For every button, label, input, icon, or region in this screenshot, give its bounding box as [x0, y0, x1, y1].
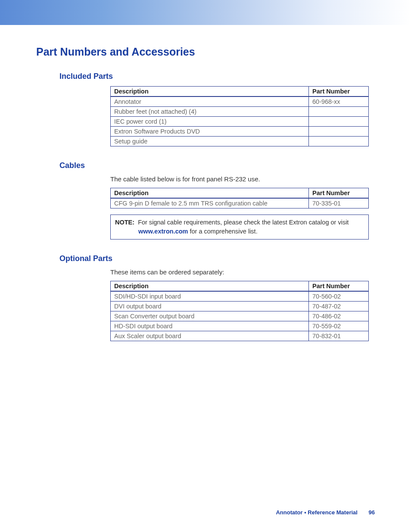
- cell-part-number: [309, 117, 369, 127]
- cell-description: SDI/HD-SDI input board: [111, 291, 309, 302]
- table-row: Rubber feet (not attached) (4): [111, 107, 369, 117]
- section-optional-parts: Optional Parts These items can be ordere…: [36, 254, 375, 341]
- note-text-before: For signal cable requirements, please ch…: [138, 219, 349, 226]
- document-page: Part Numbers and Accessories Included Pa…: [0, 0, 411, 532]
- cell-description: Setup guide: [111, 137, 309, 146]
- table-row: HD-SDI output board 70-559-02: [111, 321, 369, 331]
- table-header-row: Description Part Number: [111, 281, 369, 292]
- col-header-part-number: Part Number: [309, 87, 369, 97]
- col-header-description: Description: [111, 188, 309, 199]
- cell-part-number: 70-335-01: [309, 198, 369, 208]
- col-header-part-number: Part Number: [309, 188, 369, 199]
- cell-part-number: 70-487-02: [309, 302, 369, 311]
- cell-description: Aux Scaler output board: [111, 331, 309, 341]
- col-header-part-number: Part Number: [309, 281, 369, 292]
- included-parts-table: Description Part Number Annotator 60-968…: [110, 86, 369, 146]
- table-row: Scan Converter output board 70-486-02: [111, 311, 369, 321]
- cell-description: Scan Converter output board: [111, 311, 309, 321]
- note-text-after: for a comprehensive list.: [188, 228, 257, 235]
- page-footer: Annotator • Reference Material 96: [276, 509, 375, 516]
- cell-description: IEC power cord (1): [111, 117, 309, 127]
- table-row: Setup guide: [111, 137, 369, 146]
- table-header-row: Description Part Number: [111, 87, 369, 97]
- cables-note-box: NOTE: For signal cable requirements, ple…: [110, 215, 369, 240]
- cell-part-number: 70-559-02: [309, 321, 369, 331]
- heading-optional-parts: Optional Parts: [59, 254, 375, 263]
- table-header-row: Description Part Number: [111, 188, 369, 199]
- note-link-extron[interactable]: www.extron.com: [138, 228, 188, 235]
- cell-description: CFG 9-pin D female to 2.5 mm TRS configu…: [111, 198, 309, 208]
- cell-part-number: 60-968-xx: [309, 96, 369, 107]
- cell-part-number: [309, 137, 369, 146]
- heading-cables: Cables: [59, 161, 375, 170]
- cell-description: Rubber feet (not attached) (4): [111, 107, 309, 117]
- section-included-parts: Included Parts Description Part Number A…: [36, 72, 375, 146]
- col-header-description: Description: [111, 87, 309, 97]
- table-row: CFG 9-pin D female to 2.5 mm TRS configu…: [111, 198, 369, 208]
- optional-intro-text: These items can be ordered separately:: [110, 268, 375, 276]
- cell-part-number: [309, 127, 369, 137]
- cell-part-number: 70-486-02: [309, 311, 369, 321]
- note-label: NOTE:: [115, 219, 134, 226]
- table-row: Aux Scaler output board 70-832-01: [111, 331, 369, 341]
- header-gradient-bar: [0, 0, 411, 25]
- cell-description: Extron Software Products DVD: [111, 127, 309, 137]
- table-row: Extron Software Products DVD: [111, 127, 369, 137]
- cell-description: DVI output board: [111, 302, 309, 311]
- cell-description: HD-SDI output board: [111, 321, 309, 331]
- footer-doc-section: Annotator • Reference Material: [276, 509, 357, 516]
- cell-description: Annotator: [111, 96, 309, 107]
- cables-intro-text: The cable listed below is for front pane…: [110, 175, 375, 183]
- cell-part-number: 70-560-02: [309, 291, 369, 302]
- table-row: Annotator 60-968-xx: [111, 96, 369, 107]
- footer-page-number: 96: [369, 509, 375, 516]
- table-row: IEC power cord (1): [111, 117, 369, 127]
- page-title: Part Numbers and Accessories: [36, 46, 375, 58]
- table-row: DVI output board 70-487-02: [111, 302, 369, 311]
- cables-table: Description Part Number CFG 9-pin D fema…: [110, 188, 369, 208]
- heading-included-parts: Included Parts: [59, 72, 375, 81]
- page-content: Part Numbers and Accessories Included Pa…: [0, 25, 411, 341]
- section-cables: Cables The cable listed below is for fro…: [36, 161, 375, 240]
- cell-part-number: [309, 107, 369, 117]
- table-row: SDI/HD-SDI input board 70-560-02: [111, 291, 369, 302]
- optional-parts-table: Description Part Number SDI/HD-SDI input…: [110, 281, 369, 341]
- cell-part-number: 70-832-01: [309, 331, 369, 341]
- col-header-description: Description: [111, 281, 309, 292]
